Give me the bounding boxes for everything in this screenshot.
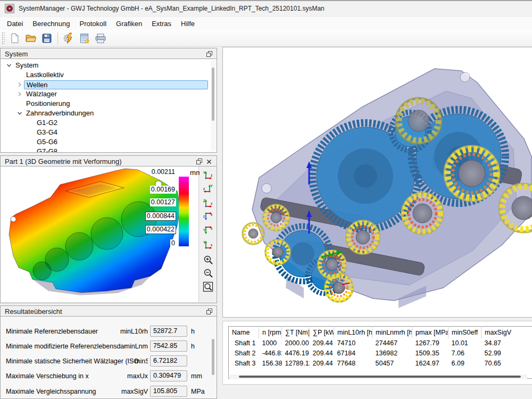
result-row: Minimale modifizierte Referenzlebensdaue… bbox=[1, 342, 217, 353]
menu-protokoll[interactable]: Protokoll bbox=[74, 18, 111, 29]
svg-text:z: z bbox=[203, 214, 205, 218]
results-panel-header: Resultateübersicht bbox=[0, 305, 217, 317]
result-row: Maximale Vergleichsspannung maxSigV 105.… bbox=[1, 387, 217, 398]
view-front-icon[interactable]: Yz bbox=[202, 170, 214, 181]
open-file-button[interactable] bbox=[23, 31, 39, 46]
col-minlnmrh[interactable]: minLnmrh [h] bbox=[372, 327, 412, 338]
tree-item-g1-g2[interactable]: G1-G2 bbox=[1, 118, 217, 128]
float-panel-icon[interactable] bbox=[205, 50, 213, 58]
svg-text:z: z bbox=[211, 173, 212, 177]
table-row-shaft3[interactable]: Shaft 3 156.38 12789.12 209.44 77648 504… bbox=[229, 359, 532, 369]
new-file-icon bbox=[10, 33, 20, 44]
shaft-table: Name n [rpm] ∑T [Nm] ∑P [kW] minL10rh [h… bbox=[228, 326, 532, 379]
view-left-icon[interactable]: Zx bbox=[202, 198, 214, 209]
save-button[interactable] bbox=[39, 31, 55, 46]
float-panel-icon[interactable] bbox=[195, 157, 203, 165]
view-right-icon[interactable]: zx bbox=[202, 211, 214, 221]
tree-scrollbar[interactable] bbox=[211, 60, 216, 151]
menu-datei[interactable]: Datei bbox=[2, 18, 28, 29]
color-scale-bar bbox=[179, 177, 189, 246]
chevron-down-icon[interactable] bbox=[15, 109, 24, 118]
col-pmax[interactable]: pmax [MPa] bbox=[412, 327, 448, 338]
view-bottom-icon[interactable]: Yx bbox=[202, 240, 214, 251]
svg-text:x: x bbox=[211, 213, 213, 217]
tree-item-system[interactable]: System bbox=[1, 61, 217, 70]
view-back-icon[interactable]: Yz bbox=[202, 184, 214, 194]
tree-item-g5-g6[interactable]: G5-G6 bbox=[1, 137, 217, 147]
results-panel-title: Resultateübersicht bbox=[5, 307, 62, 315]
close-icon[interactable] bbox=[205, 157, 213, 165]
view-top-icon[interactable]: Yx bbox=[202, 225, 214, 235]
system-panel-header: System bbox=[0, 48, 217, 59]
svg-text:x: x bbox=[211, 227, 213, 230]
colorbar-label: 0.00169 bbox=[150, 186, 176, 194]
col-sum-t[interactable]: ∑T [Nm] bbox=[282, 327, 310, 338]
app-window: SystemManager - GWJ Technology GmbH - eA… bbox=[0, 0, 532, 399]
svg-text:Z: Z bbox=[203, 199, 205, 203]
float-panel-icon[interactable] bbox=[205, 307, 213, 315]
menu-extras[interactable]: Extras bbox=[147, 18, 176, 29]
main-3d-viewport[interactable] bbox=[222, 47, 532, 318]
tree-item-g3-g4[interactable]: G3-G4 bbox=[1, 128, 217, 137]
result-row: Maximale Verschiebung in x maxUx 0.30947… bbox=[1, 371, 217, 383]
system-tree: System Lastkollektiv Wellen Wälzlager Po… bbox=[0, 59, 217, 153]
colorbar-label: 0.000844 bbox=[145, 212, 176, 221]
result-value-field: 0.309479 bbox=[150, 370, 187, 381]
deformation-3d-view[interactable]: 0.00211 0.00169 0.00127 0.000844 0.00042… bbox=[1, 167, 199, 302]
tree-item-g7-g8[interactable]: G7-G8 bbox=[1, 147, 217, 153]
col-minl10rh[interactable]: minL10rh [h] bbox=[334, 327, 372, 338]
menu-hilfe[interactable]: Hilfe bbox=[176, 18, 200, 29]
chevron-right-icon[interactable] bbox=[15, 80, 24, 89]
table-header-row: Name n [rpm] ∑T [Nm] ∑P [kW] minL10rh [h… bbox=[229, 327, 532, 338]
col-n-rpm[interactable]: n [rpm] bbox=[259, 327, 282, 338]
colorbar-label: 0.00211 bbox=[151, 168, 176, 176]
zoom-in-icon[interactable] bbox=[202, 254, 214, 265]
view-toolbar: Yz Yz Zx zx Yx Yx bbox=[200, 167, 217, 302]
shaft-table-card: Name n [rpm] ∑T [Nm] ∑P [kW] minL10rh [h… bbox=[222, 321, 532, 385]
part1-panel-header: Part 1 (3D Geometrie mit Verformung) bbox=[0, 155, 217, 167]
result-value-field: 7542.85 bbox=[150, 340, 187, 352]
menu-bar: Datei Berechnung Protokoll Grafiken Extr… bbox=[0, 17, 532, 30]
col-maxsigv[interactable]: maxSigV bbox=[481, 327, 532, 338]
report-icon bbox=[79, 33, 90, 44]
gearbox-render bbox=[223, 47, 532, 317]
selected-tree-item: Wellen bbox=[24, 80, 208, 89]
tree-item-wellen[interactable]: Wellen bbox=[1, 80, 217, 89]
print-button[interactable] bbox=[93, 31, 109, 46]
table-horizontal-scrollbar[interactable] bbox=[229, 375, 527, 379]
colorbar-label: 0.000422 bbox=[145, 225, 176, 234]
tree-item-lastkollektiv[interactable]: Lastkollektiv bbox=[1, 70, 217, 80]
table-row-shaft1[interactable]: Shaft 1 1000 2000.00 209.44 74710 274467… bbox=[229, 338, 532, 348]
deformation-view-panel: 0.00211 0.00169 0.00127 0.000844 0.00042… bbox=[0, 167, 217, 303]
open-file-icon bbox=[25, 33, 37, 44]
menu-grafiken[interactable]: Grafiken bbox=[111, 18, 147, 29]
result-row: Minimale Referenzlebensdauer minL10rh 52… bbox=[1, 327, 217, 338]
tree-item-positionierung[interactable]: Positionierung bbox=[1, 99, 217, 109]
toolbar-drag-handle[interactable] bbox=[2, 32, 5, 45]
result-row: Minimale statische Sicherheit Wälzlager … bbox=[1, 356, 217, 368]
tree-item-zahnradverbindungen[interactable]: Zahnradverbindungen bbox=[1, 109, 217, 118]
svg-text:Y: Y bbox=[203, 171, 206, 174]
table-row-shaft2[interactable]: Shaft 2 -446.81 4476.19 209.44 67184 136… bbox=[229, 348, 532, 359]
col-sum-p[interactable]: ∑P [kW] bbox=[310, 327, 334, 338]
report-button[interactable] bbox=[77, 31, 93, 46]
col-mins0eff[interactable]: minS0eff bbox=[448, 327, 481, 338]
chevron-down-icon[interactable] bbox=[5, 61, 13, 70]
zoom-out-icon[interactable] bbox=[202, 268, 214, 278]
svg-text:Y: Y bbox=[211, 184, 213, 188]
svg-text:x: x bbox=[211, 202, 213, 205]
results-scrollbar[interactable] bbox=[211, 318, 216, 398]
print-icon bbox=[95, 33, 106, 44]
calculate-icon bbox=[63, 32, 74, 44]
zoom-fit-icon[interactable] bbox=[202, 281, 214, 292]
run-calculation-button[interactable] bbox=[61, 31, 77, 46]
tree-item-waelzlager[interactable]: Wälzlager bbox=[1, 89, 217, 99]
svg-text:x: x bbox=[211, 243, 213, 247]
system-panel-title: System bbox=[5, 50, 28, 58]
result-value-field: 52872.7 bbox=[150, 326, 187, 337]
new-file-button[interactable] bbox=[7, 31, 23, 46]
col-name[interactable]: Name bbox=[229, 327, 259, 338]
menu-berechnung[interactable]: Berechnung bbox=[28, 18, 74, 29]
chevron-right-icon[interactable] bbox=[15, 90, 24, 98]
svg-text:Y: Y bbox=[203, 240, 206, 244]
